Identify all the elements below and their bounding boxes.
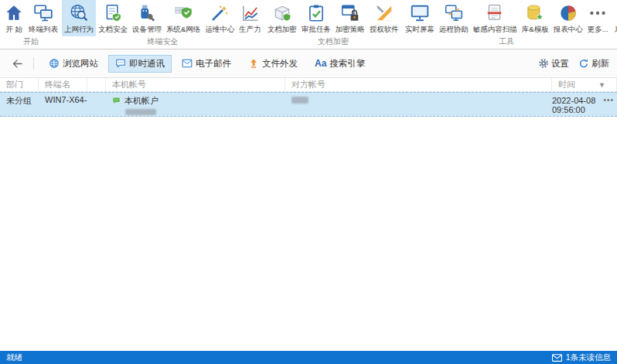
ribbon-item-web-activity[interactable]: 上网行为 [62, 0, 96, 36]
ribbon-item-system-settings[interactable]: 系统设置 [612, 0, 617, 36]
doc-security-icon [103, 2, 123, 24]
tab-label: 浏览网站 [63, 58, 98, 70]
settings-label: 设置 [551, 58, 569, 70]
refresh-icon [578, 58, 589, 69]
ribbon-item-doc-security[interactable]: 文档安全 [96, 0, 130, 36]
remote-assist-icon [444, 2, 464, 24]
redacted-remote-account [291, 97, 308, 104]
ribbon-item-licensed-software[interactable]: 授权软件 [367, 0, 401, 36]
tab-instant-messaging[interactable]: 即时通讯 [108, 55, 172, 73]
ribbon-group-label: 终端安全 [62, 36, 264, 49]
more-icon [588, 2, 608, 24]
ribbon-item-label: 生产力 [239, 25, 261, 35]
ribbon-item-ops-center[interactable]: 运维中心 [203, 0, 237, 36]
ribbon-item-label: 文档加密 [268, 25, 297, 35]
tab-label: 搜索引擎 [329, 58, 365, 70]
tab-label: 即时通讯 [129, 58, 165, 70]
column-header-terminal[interactable]: 终端名 [39, 78, 87, 91]
terminal-list-icon [33, 2, 53, 24]
gear-icon [538, 58, 549, 69]
ribbon-item-realtime-screen[interactable]: 实时屏幕 [403, 0, 437, 36]
tab-email[interactable]: 电子邮件 [175, 55, 238, 73]
device-management-icon [137, 2, 157, 24]
local-account-text: 本机帐户 [124, 95, 159, 107]
settings-button[interactable]: 设置 [538, 58, 569, 70]
ribbon-item-label: 系统&网络 [166, 25, 200, 35]
ribbon-item-sensitive-scan[interactable]: 敏感内容扫描 [471, 0, 520, 36]
row-more-menu-icon[interactable]: ••• [603, 96, 614, 104]
report-center-icon [558, 2, 578, 24]
ribbon-item-label: 敏感内容扫描 [473, 25, 517, 35]
column-header-local-account[interactable]: 本机帐号 [106, 78, 285, 91]
ribbon-item-terminal-list[interactable]: 终端列表 [26, 0, 60, 36]
mail-icon [552, 354, 562, 362]
ribbon-item-encryption-policy[interactable]: 加密策略 [333, 0, 367, 36]
globe-icon [49, 58, 60, 69]
column-header-time-label: 时间 [558, 79, 575, 90]
filter-toolbar: 浏览网站 即时通讯 电子邮件 文件外发 Aa 搜索引擎 [0, 49, 617, 78]
tab-label: 文件外发 [262, 58, 298, 70]
column-header-remote-account[interactable]: 对方帐号 [285, 78, 552, 91]
tab-label: 电子邮件 [196, 58, 231, 70]
ribbon-item-label: 终端列表 [29, 25, 58, 35]
ribbon-item-home[interactable]: 开 始 [2, 0, 26, 36]
ribbon-item-device-management[interactable]: 设备管理 [130, 0, 164, 36]
ribbon-item-label: 运维中心 [205, 25, 234, 35]
aa-text-icon: Aa [315, 58, 326, 69]
ribbon-item-approval-tasks[interactable]: 审批任务 [299, 0, 333, 36]
app-window: 开 始 终端列表 开始 上网行为 [0, 0, 617, 364]
ribbon-item-label: 授权软件 [370, 25, 399, 35]
ribbon-group-label: 其他 [612, 36, 617, 49]
ribbon-item-system-network[interactable]: 系统&网络 [164, 0, 203, 36]
ribbon-group-label: 文档加密 [265, 36, 401, 49]
sort-dropdown-icon[interactable]: ▼ [598, 81, 616, 89]
ribbon-item-label: 加密策略 [336, 25, 365, 35]
ribbon-group-other: 系统设置 关 于 其他 [612, 0, 617, 49]
ribbon-item-label: 更多... [588, 25, 608, 35]
ribbon-item-label: 实时屏幕 [405, 25, 435, 35]
ribbon-group-doc-encryption: 文档加密 审批任务 加密策略 [265, 0, 401, 49]
sensitive-scan-icon [485, 2, 505, 24]
refresh-label: 刷新 [591, 58, 609, 70]
time-text: 2022-04-08 09:56:00 [552, 96, 596, 114]
back-button[interactable] [8, 56, 27, 72]
web-activity-icon [69, 2, 89, 24]
library-template-icon [525, 2, 545, 24]
refresh-button[interactable]: 刷新 [578, 58, 609, 70]
chat-bubble-icon [115, 58, 126, 69]
ribbon-item-doc-encryption[interactable]: 文档加密 [265, 0, 299, 36]
ribbon-item-productivity[interactable]: 生产力 [237, 0, 264, 36]
ribbon-item-remote-assist[interactable]: 远程协助 [437, 0, 471, 36]
column-header-department[interactable]: 部门 [0, 78, 39, 91]
approval-task-icon [306, 2, 326, 24]
ribbon-item-label: 开 始 [5, 25, 22, 35]
envelope-icon [182, 58, 193, 69]
ops-center-icon [210, 2, 230, 24]
table-row[interactable]: 未分组 WIN7-X64-- 本机帐户 2022-04-08 09:56:00 … [0, 92, 617, 117]
ribbon-group-start: 开 始 终端列表 开始 [2, 0, 60, 49]
table-header: 部门 终端名 本机帐号 对方帐号 时间 ▼ [0, 78, 617, 92]
toolbar-divider [33, 57, 34, 70]
ribbon-item-label: 审批任务 [302, 25, 331, 35]
upload-arrow-icon [248, 58, 259, 69]
ribbon-item-library-template[interactable]: 库&模板 [520, 0, 551, 36]
tab-browse-websites[interactable]: 浏览网站 [42, 55, 105, 73]
unread-messages-button[interactable]: 1条未读信息 [552, 352, 611, 363]
ribbon-item-label: 报表中心 [554, 25, 583, 35]
unread-messages-label: 1条未读信息 [566, 352, 611, 363]
column-header-time[interactable]: 时间 ▼ [552, 78, 617, 91]
status-ready-text: 就绪 [6, 352, 22, 363]
ribbon-item-label: 系统设置 [615, 25, 617, 35]
redacted-account-detail [125, 109, 156, 115]
ribbon-item-label: 库&模板 [522, 25, 549, 35]
cell-remote-account [285, 93, 552, 116]
tab-search-engine[interactable]: Aa 搜索引擎 [308, 55, 372, 73]
doc-encryption-icon [272, 2, 292, 24]
back-arrow-icon [11, 57, 24, 70]
home-icon [4, 2, 24, 24]
ribbon-item-more[interactable]: 更多... [585, 0, 611, 36]
tab-file-outgoing[interactable]: 文件外发 [241, 55, 305, 73]
ribbon-item-label: 文档安全 [98, 25, 128, 35]
ribbon-item-report-center[interactable]: 报表中心 [551, 0, 585, 36]
status-bar: 就绪 1条未读信息 [0, 351, 617, 364]
